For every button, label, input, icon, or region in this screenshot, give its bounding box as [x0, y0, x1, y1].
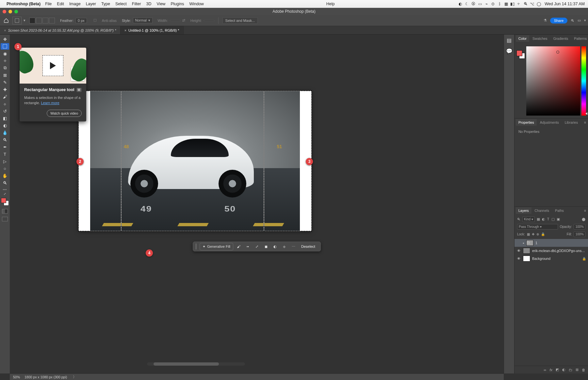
new-group-icon[interactable]: 🗀	[569, 368, 572, 372]
lock-position-icon[interactable]: ✥	[532, 232, 534, 236]
status-icon[interactable]: ◐	[457, 2, 464, 6]
status-battery-icon[interactable]: ▮▯	[509, 2, 516, 6]
selection-add-icon[interactable]	[36, 18, 42, 24]
tab-channels[interactable]: Channels	[532, 207, 552, 214]
learn-more-link[interactable]: Learn more	[41, 101, 59, 105]
lock-pixels-icon[interactable]: ▦	[527, 232, 530, 236]
layer-fx-icon[interactable]: fx	[549, 368, 552, 372]
hand-tool-icon[interactable]: ✋	[1, 172, 9, 179]
menu-layer[interactable]: Layer	[86, 2, 96, 6]
panel-menu-icon[interactable]: ≡	[582, 119, 588, 126]
minimize-window-icon[interactable]	[8, 10, 12, 13]
lasso-tool-icon[interactable]: ◉	[1, 50, 9, 57]
beaker-icon[interactable]: ⚗	[544, 18, 547, 23]
filter-pixel-icon[interactable]: ▦	[537, 217, 540, 221]
layer-name[interactable]: 1	[535, 241, 586, 245]
type-tool-icon[interactable]: T	[1, 151, 9, 157]
menu-window[interactable]: Window	[189, 2, 204, 6]
delete-layer-icon[interactable]: 🗑	[582, 368, 585, 372]
scrollbar-thumb[interactable]	[154, 362, 219, 366]
document-canvas[interactable]: 48 49 51 49 50	[78, 91, 312, 231]
status-icon[interactable]: ⌁	[483, 2, 490, 6]
layer-group[interactable]: ▸ 🗀 1	[514, 239, 588, 247]
tab-swatches[interactable]: Swatches	[530, 35, 550, 42]
pen-tool-icon[interactable]: ✒	[1, 144, 9, 150]
contextual-task-bar[interactable]: ✦ Generative Fill 🖌 ▫▪ ⤢ ◼ ◐ ◆ ⋯ Deselec…	[193, 242, 321, 251]
document-dimensions[interactable]: 1800 px x 1080 px (300 ppi)	[24, 375, 67, 379]
visibility-icon[interactable]: 👁	[516, 249, 521, 253]
tab-gradients[interactable]: Gradients	[551, 35, 571, 42]
hue-slider[interactable]	[581, 46, 586, 116]
link-layers-icon[interactable]: ∞	[544, 368, 547, 372]
menu-filter[interactable]: Filter	[132, 2, 141, 6]
more-icon[interactable]: ⋯	[289, 243, 297, 250]
menu-edit[interactable]: Edit	[57, 2, 64, 6]
menu-file[interactable]: File	[45, 2, 52, 6]
tab-paths[interactable]: Paths	[552, 207, 566, 214]
status-icon[interactable]: ▦	[503, 2, 509, 6]
status-bluetooth-icon[interactable]: ᛒ	[496, 2, 503, 6]
tab-color[interactable]: Color	[516, 35, 529, 42]
app-name[interactable]: Photoshop (Beta)	[7, 2, 41, 6]
tab-adjustments[interactable]: Adjustments	[537, 119, 562, 126]
feather-input[interactable]: 0 px	[75, 18, 87, 23]
layer-item[interactable]: 👁 erik-mclean-dbLgODXOPgo-unsplash	[514, 247, 588, 255]
canvas-area[interactable]: Rectangular Marquee tool M Makes a selec…	[10, 35, 504, 373]
expand-icon[interactable]: ▸	[523, 242, 524, 245]
menu-view[interactable]: View	[157, 2, 166, 6]
horizontal-scrollbar[interactable]	[147, 362, 245, 366]
close-tab-icon[interactable]: ×	[124, 28, 126, 32]
fill-input[interactable]: 100%	[574, 231, 585, 237]
status-icon[interactable]: ⊙	[490, 2, 496, 6]
menu-type[interactable]: Type	[101, 2, 110, 6]
tab-properties[interactable]: Properties	[516, 119, 537, 126]
layer-thumbnail[interactable]	[523, 248, 530, 254]
layer-name[interactable]: erik-mclean-dbLgODXOPgo-unsplash	[532, 249, 586, 253]
new-adjustment-icon[interactable]: ◐	[562, 368, 565, 372]
new-layer-icon[interactable]: ⊞	[576, 368, 579, 372]
shape-tool-icon[interactable]: ○	[1, 165, 9, 172]
share-button[interactable]: Share	[550, 18, 567, 24]
wand-tool-icon[interactable]: ✧	[1, 57, 9, 64]
fill-icon[interactable]: ◆	[280, 243, 288, 250]
close-window-icon[interactable]	[3, 10, 6, 13]
heal-tool-icon[interactable]: ✚	[1, 86, 9, 93]
layer-filter-kind[interactable]: Kind ▾	[522, 216, 535, 222]
color-field[interactable]	[526, 46, 580, 116]
play-icon[interactable]	[50, 62, 56, 69]
tooltip-preview[interactable]	[20, 48, 86, 84]
layer-thumbnail[interactable]	[523, 256, 530, 261]
menubar-clock[interactable]: Wed Jun 14 11:37 AM	[545, 2, 585, 6]
filter-type-icon[interactable]: T	[547, 217, 549, 221]
frame-tool-icon[interactable]: ⊠	[1, 72, 9, 78]
close-tab-icon[interactable]: ×	[4, 28, 6, 32]
eraser-tool-icon[interactable]: ◧	[1, 115, 9, 121]
panel-menu-icon[interactable]: ≡	[582, 207, 588, 214]
move-tool-icon[interactable]: ✥	[1, 36, 9, 42]
status-search-icon[interactable]: 🔍︎	[522, 2, 529, 6]
history-panel-icon[interactable]: ▤	[507, 37, 512, 43]
stamp-tool-icon[interactable]: ⟐	[1, 101, 9, 107]
home-button[interactable]	[2, 17, 10, 24]
gradient-tool-icon[interactable]: ◐	[1, 122, 9, 129]
tab-patterns[interactable]: Patterns	[571, 35, 588, 42]
select-and-mask-button[interactable]: Select and Mask...	[222, 17, 258, 24]
filter-smart-icon[interactable]: ▣	[557, 217, 560, 221]
dodge-tool-icon[interactable]: 🔍︎	[1, 136, 9, 143]
zoom-window-icon[interactable]	[14, 10, 18, 13]
history-brush-tool-icon[interactable]: ↺	[1, 108, 9, 114]
selection-intersect-icon[interactable]	[49, 18, 55, 24]
foreground-color[interactable]	[1, 198, 6, 203]
marquee-tool-icon[interactable]	[1, 43, 9, 50]
status-folder-icon[interactable]: ▭	[477, 2, 483, 6]
hue-pointer-icon[interactable]	[585, 112, 587, 115]
layer-mask-icon[interactable]: ◩	[556, 368, 559, 372]
blend-mode-select[interactable]: Pass Through ▾	[517, 224, 558, 230]
selection-subtract-icon[interactable]	[42, 18, 48, 24]
filter-shape-icon[interactable]: ▢	[551, 217, 555, 221]
brush-tool-icon[interactable]: 🖌	[1, 93, 9, 100]
style-select[interactable]: Normal ▾	[133, 18, 153, 23]
generative-fill-button[interactable]: ✦ Generative Fill	[200, 243, 233, 250]
eyedropper-tool-icon[interactable]: ✎	[1, 79, 9, 86]
drag-handle-icon[interactable]	[196, 244, 197, 249]
